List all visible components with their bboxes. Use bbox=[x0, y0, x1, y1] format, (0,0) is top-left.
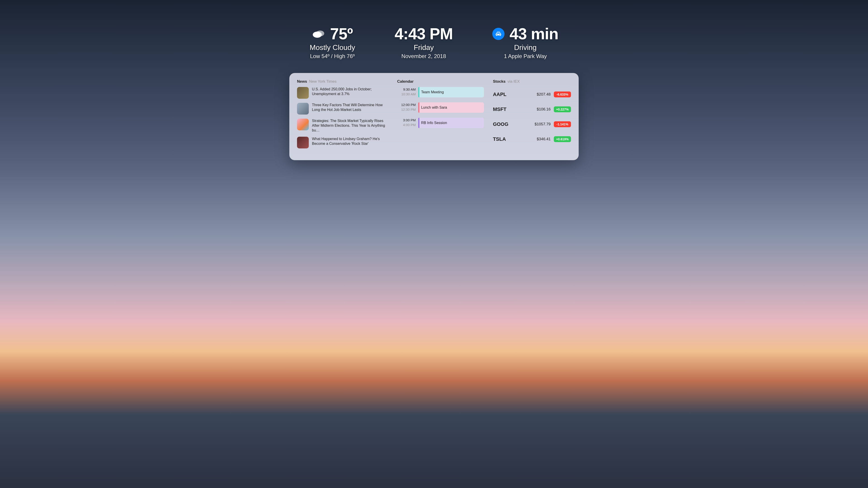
event-title: RB Info Session bbox=[421, 121, 447, 125]
stock-symbol: TSLA bbox=[493, 136, 534, 142]
news-headline: U.S. Added 250,000 Jobs in October; Unem… bbox=[312, 87, 388, 99]
news-thumbnail bbox=[297, 137, 309, 149]
header-row: 75º Mostly Cloudy Low 54º / High 76º 4:4… bbox=[289, 0, 579, 59]
calendar-event[interactable]: 12:00 PM12:30 PMLunch with Sara bbox=[397, 102, 484, 113]
cloud-icon bbox=[312, 27, 325, 41]
stock-symbol: MSFT bbox=[493, 106, 534, 112]
calendar-header: Calendar bbox=[397, 79, 484, 84]
event-end: 4:00 PM bbox=[397, 123, 416, 127]
event-start: 12:00 PM bbox=[397, 102, 416, 107]
stock-price: $1057.79 bbox=[535, 122, 551, 127]
clock-day: Friday bbox=[414, 43, 434, 52]
calendar-event[interactable]: 9:30 AM10:30 AMTeam Meeting bbox=[397, 87, 484, 97]
stock-change-badge: -6.633% bbox=[554, 92, 571, 97]
event-title: Lunch with Sara bbox=[421, 105, 447, 109]
svg-point-1 bbox=[313, 32, 322, 38]
event-end: 12:30 PM bbox=[397, 107, 416, 112]
news-item[interactable]: What Happened to Lindsey Graham? He's Be… bbox=[297, 137, 388, 149]
stocks-header: Stocks via IEX bbox=[493, 79, 571, 84]
stock-row[interactable]: MSFT$106.16+0.227% bbox=[493, 102, 571, 117]
event-times: 3:00 PM4:00 PM bbox=[397, 118, 416, 128]
commute-block[interactable]: 43 min Driving 1 Apple Park Way bbox=[492, 25, 558, 59]
stock-row[interactable]: GOOG$1057.79-1.141% bbox=[493, 117, 571, 132]
stock-change-badge: +0.227% bbox=[554, 106, 571, 112]
stock-price: $346.41 bbox=[537, 137, 551, 141]
stocks-title: Stocks bbox=[493, 79, 506, 84]
weather-range: Low 54º / High 76º bbox=[310, 53, 355, 59]
clock-date: November 2, 2018 bbox=[401, 53, 446, 59]
news-headline: What Happened to Lindsey Graham? He's Be… bbox=[312, 137, 388, 149]
event-title: Team Meeting bbox=[421, 90, 444, 94]
clock-time: 4:43 PM bbox=[395, 25, 453, 43]
stocks-column: Stocks via IEX AAPL$207.48-6.633%MSFT$10… bbox=[493, 79, 571, 153]
commute-mode: Driving bbox=[514, 43, 537, 52]
news-item[interactable]: U.S. Added 250,000 Jobs in October; Unem… bbox=[297, 87, 388, 99]
car-icon bbox=[492, 28, 504, 40]
news-thumbnail bbox=[297, 87, 309, 99]
event-end: 10:30 AM bbox=[397, 92, 416, 96]
news-headline: Three Key Factors That Will Determine Ho… bbox=[312, 103, 388, 115]
stock-price: $106.16 bbox=[537, 107, 551, 111]
news-header: News New York Times bbox=[297, 79, 388, 84]
event-start: 3:00 PM bbox=[397, 118, 416, 123]
event-start: 9:30 AM bbox=[397, 87, 416, 92]
commute-destination: 1 Apple Park Way bbox=[504, 53, 547, 59]
stock-row[interactable]: AAPL$207.48-6.633% bbox=[493, 87, 571, 102]
stock-price: $207.48 bbox=[537, 92, 551, 97]
stocks-provider: via IEX bbox=[507, 79, 520, 84]
news-source: New York Times bbox=[309, 79, 337, 84]
stock-symbol: AAPL bbox=[493, 92, 534, 97]
news-thumbnail bbox=[297, 119, 309, 130]
stock-change-badge: +0.619% bbox=[554, 136, 571, 142]
news-item[interactable]: Three Key Factors That Will Determine Ho… bbox=[297, 103, 388, 115]
stock-row[interactable]: TSLA$346.41+0.619% bbox=[493, 132, 571, 147]
info-card: News New York Times U.S. Added 250,000 J… bbox=[289, 73, 579, 160]
calendar-column: Calendar 9:30 AM10:30 AMTeam Meeting12:0… bbox=[397, 79, 484, 153]
weather-condition: Mostly Cloudy bbox=[310, 43, 355, 52]
event-times: 12:00 PM12:30 PM bbox=[397, 102, 416, 113]
event-block: Lunch with Sara bbox=[418, 102, 484, 113]
weather-temp: 75º bbox=[330, 25, 352, 43]
event-times: 9:30 AM10:30 AM bbox=[397, 87, 416, 97]
clock-block[interactable]: 4:43 PM Friday November 2, 2018 bbox=[395, 25, 453, 59]
commute-duration: 43 min bbox=[509, 25, 558, 43]
news-thumbnail bbox=[297, 103, 309, 115]
news-item[interactable]: Strategies: The Stock Market Typically R… bbox=[297, 119, 388, 133]
stock-symbol: GOOG bbox=[493, 121, 531, 127]
news-title: News bbox=[297, 79, 307, 84]
calendar-event[interactable]: 3:00 PM4:00 PMRB Info Session bbox=[397, 118, 484, 128]
event-block: RB Info Session bbox=[418, 118, 484, 128]
weather-block[interactable]: 75º Mostly Cloudy Low 54º / High 76º bbox=[310, 25, 355, 59]
calendar-title: Calendar bbox=[397, 79, 414, 84]
event-block: Team Meeting bbox=[418, 87, 484, 97]
news-column: News New York Times U.S. Added 250,000 J… bbox=[297, 79, 388, 153]
stock-change-badge: -1.141% bbox=[554, 121, 571, 127]
news-headline: Strategies: The Stock Market Typically R… bbox=[312, 119, 388, 133]
